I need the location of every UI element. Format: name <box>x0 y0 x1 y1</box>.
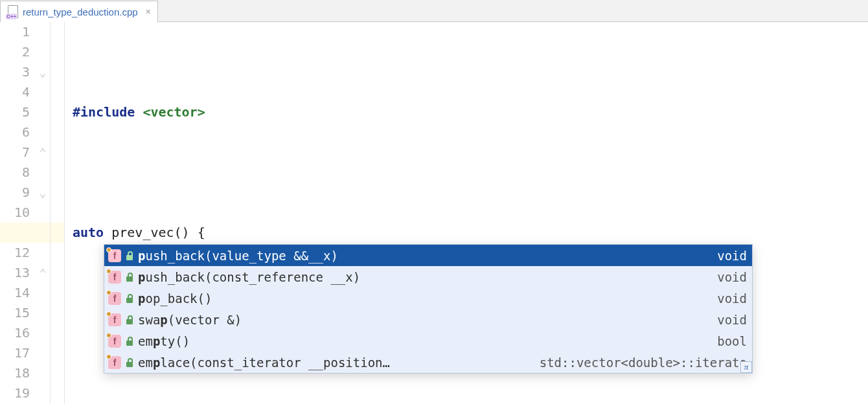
completion-popup[interactable]: fpush_back(value_type &&__x)voidfpush_ba… <box>104 244 753 374</box>
line-number: 19 <box>0 383 36 403</box>
line-number: 1 <box>0 22 36 42</box>
completion-item[interactable]: fpush_back(const_reference __x)void <box>104 266 752 287</box>
line-number: 8 <box>0 163 36 183</box>
completion-item[interactable]: fempty()bool <box>104 330 752 352</box>
fold-handle[interactable]: ⌄ <box>38 183 48 203</box>
function-badge-icon: f <box>108 271 121 284</box>
code-line[interactable]: auto prev_vec() { <box>73 223 868 243</box>
fold-handle[interactable]: ⌃ <box>38 142 48 163</box>
function-badge-icon: f <box>108 335 121 348</box>
completion-item[interactable]: fpop_back()void <box>104 287 752 309</box>
line-number: 18 <box>0 363 36 383</box>
line-number: 9 <box>0 183 36 203</box>
lock-icon <box>125 337 134 346</box>
tab-filename: return_type_deduction.cpp <box>23 6 138 17</box>
lock-icon <box>125 251 134 260</box>
function-badge-icon: f <box>108 356 121 369</box>
completion-return-type: bool <box>717 334 747 348</box>
function-badge-icon: f <box>108 249 121 262</box>
completion-label: push_back(value_type &&__x) <box>138 249 338 263</box>
function-badge-icon: f <box>108 292 121 305</box>
completion-item[interactable]: femplace(const_iterator __position…std::… <box>104 352 752 373</box>
lock-icon <box>125 294 134 303</box>
completion-label: push_back(const_reference __x) <box>138 270 360 284</box>
fold-handle[interactable]: ⌄ <box>38 62 48 82</box>
lock-icon <box>125 315 134 324</box>
completion-return-type: std::vector<double>::iterato <box>540 355 747 370</box>
lock-icon <box>125 273 134 282</box>
completion-label: empty() <box>138 334 190 348</box>
pi-icon[interactable]: π <box>740 361 752 373</box>
gutter-highlight <box>0 223 36 243</box>
cpp-file-icon <box>6 5 19 18</box>
line-number: 5 <box>0 102 36 122</box>
completion-item[interactable]: fpush_back(value_type &&__x)void <box>104 245 752 266</box>
lock-icon <box>125 358 134 367</box>
fold-highlight <box>36 223 50 243</box>
line-number: 14 <box>0 283 36 303</box>
code-line[interactable]: #include <vector> <box>73 102 868 122</box>
function-badge-icon: f <box>108 313 121 326</box>
margin-highlight <box>51 223 64 243</box>
line-number: 16 <box>0 323 36 343</box>
line-number: 6 <box>0 122 36 142</box>
completion-label: swap(vector &) <box>138 313 242 327</box>
completion-item[interactable]: fswap(vector &)void <box>104 309 752 330</box>
line-number: 17 <box>0 343 36 363</box>
editor-tab[interactable]: return_type_deduction.cpp × <box>0 1 158 22</box>
line-number: 13 <box>0 263 36 283</box>
code-line[interactable] <box>73 163 868 183</box>
line-number: 12 <box>0 243 36 263</box>
tab-strip: return_type_deduction.cpp × <box>0 0 868 22</box>
line-number: 4 <box>0 82 36 102</box>
completion-return-type: void <box>717 313 747 327</box>
line-number: 2 <box>0 42 36 62</box>
line-number: 3 <box>0 62 36 82</box>
editor-margin <box>51 22 65 404</box>
line-number: 7 <box>0 142 36 163</box>
completion-label: emplace(const_iterator __position… <box>138 355 390 370</box>
fold-handle[interactable]: ⌃ <box>38 263 48 283</box>
line-number: 10 <box>0 203 36 223</box>
completion-return-type: void <box>717 291 747 306</box>
completion-return-type: void <box>717 249 747 263</box>
completion-return-type: void <box>717 270 747 284</box>
line-number-gutter: 12345678910111213141516171819 <box>0 22 36 404</box>
line-number: 15 <box>0 303 36 323</box>
completion-label: pop_back() <box>138 291 212 306</box>
close-icon[interactable]: × <box>146 7 151 16</box>
fold-column: ⌄ ⌃ ⌄ ⌃ <box>36 22 51 404</box>
